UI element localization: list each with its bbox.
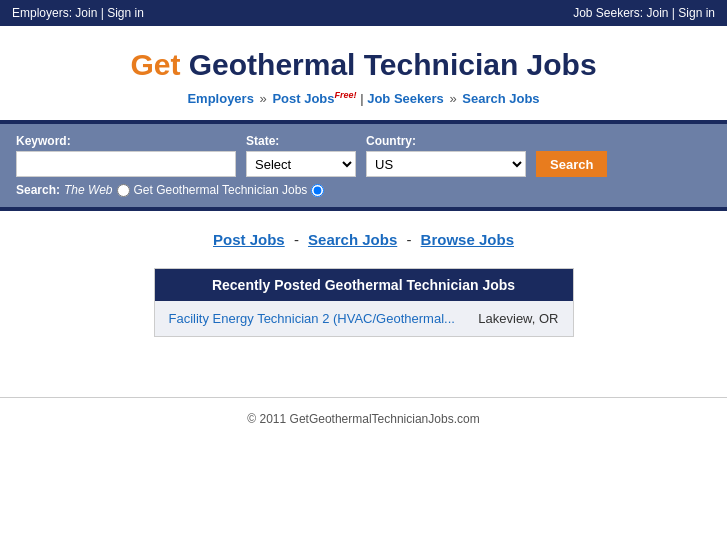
post-jobs-main-link[interactable]: Post Jobs — [213, 231, 285, 248]
search-jobs-main-link[interactable]: Search Jobs — [308, 231, 397, 248]
hero-section: Get Geothermal Technician Jobs Employers… — [0, 26, 727, 120]
table-row: Facility Energy Technician 2 (HVAC/Geoth… — [155, 301, 573, 336]
state-field-group: State: Select ALAKAZARCA COCTDEFLGA HIID… — [246, 134, 356, 177]
employers-link[interactable]: Employers — [187, 91, 253, 106]
search-button[interactable]: Search — [536, 151, 607, 177]
browse-jobs-link[interactable]: Browse Jobs — [421, 231, 514, 248]
keyword-input[interactable] — [16, 151, 236, 177]
post-jobs-link[interactable]: Post Jobs — [272, 91, 334, 106]
search-jobs-hero-link[interactable]: Search Jobs — [462, 91, 539, 106]
search-site-label: Get Geothermal Technician Jobs — [134, 183, 308, 197]
top-bar: Employers: Join | Sign in Job Seekers: J… — [0, 0, 727, 26]
quick-sep-2: - — [406, 231, 411, 248]
site-title: Get Geothermal Technician Jobs — [10, 48, 717, 82]
search-section: Keyword: State: Select ALAKAZARCA COCTDE… — [0, 124, 727, 207]
state-select[interactable]: Select ALAKAZARCA COCTDEFLGA HIIDILINIA … — [246, 151, 356, 177]
job-listing-link[interactable]: Facility Energy Technician 2 (HVAC/Geoth… — [169, 311, 455, 326]
chevron-2: » — [449, 91, 456, 106]
site-title-rest: Geothermal Technician Jobs — [180, 48, 596, 81]
search-web-label: The Web — [64, 183, 112, 197]
country-select[interactable]: US CAGBAUOther — [366, 151, 526, 177]
country-field-group: Country: US CAGBAUOther — [366, 134, 526, 177]
search-site-radio-group[interactable] — [311, 184, 324, 197]
jobseekers-top-nav[interactable]: Job Seekers: Join | Sign in — [573, 6, 715, 20]
country-label: Country: — [366, 134, 526, 148]
state-label: State: — [246, 134, 356, 148]
search-sub-label: Search: — [16, 183, 60, 197]
recently-posted-header: Recently Posted Geothermal Technician Jo… — [155, 269, 573, 301]
keyword-field-group: Keyword: — [16, 134, 236, 177]
employers-top-nav[interactable]: Employers: Join | Sign in — [12, 6, 144, 20]
quick-sep-1: - — [294, 231, 299, 248]
job-location: Lakeview, OR — [478, 311, 558, 326]
footer: © 2011 GetGeothermalTechnicianJobs.com — [0, 397, 727, 440]
hero-nav: Employers » Post JobsFree! | Job Seekers… — [10, 90, 717, 106]
quick-links: Post Jobs - Search Jobs - Browse Jobs — [30, 231, 697, 248]
search-site-radio[interactable] — [311, 184, 324, 197]
search-web-radio[interactable] — [117, 184, 130, 197]
search-row: Keyword: State: Select ALAKAZARCA COCTDE… — [16, 134, 711, 177]
job-seekers-link[interactable]: Job Seekers — [367, 91, 444, 106]
recently-posted-section: Recently Posted Geothermal Technician Jo… — [154, 268, 574, 337]
search-sub-row: Search: The Web Get Geothermal Technicia… — [16, 183, 711, 197]
keyword-label: Keyword: — [16, 134, 236, 148]
search-web-radio-group[interactable] — [117, 184, 130, 197]
free-badge: Free! — [335, 90, 357, 100]
main-content: Post Jobs - Search Jobs - Browse Jobs Re… — [0, 211, 727, 357]
copyright-text: © 2011 GetGeothermalTechnicianJobs.com — [247, 412, 479, 426]
get-word: Get — [130, 48, 180, 81]
chevron-1: » — [260, 91, 267, 106]
